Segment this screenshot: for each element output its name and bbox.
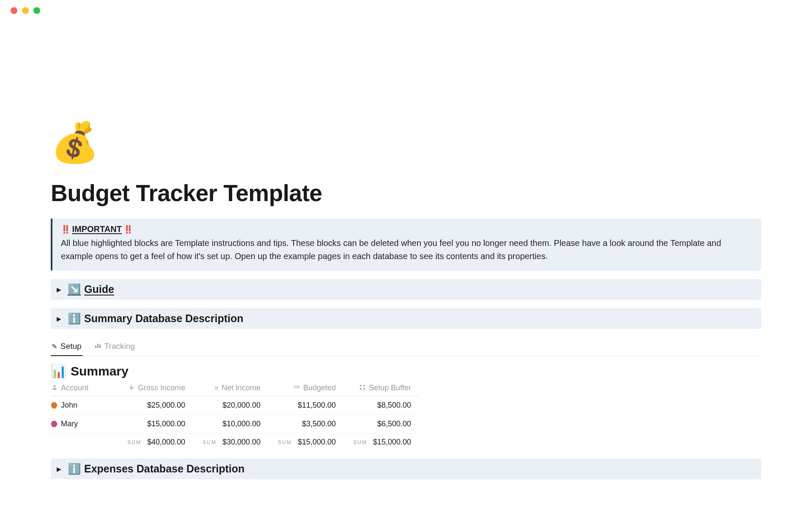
hexagon-icon [51, 421, 58, 428]
callout-heading: ‼️ IMPORTANT ‼️ [61, 224, 753, 234]
arrow-down-icon [129, 384, 134, 392]
sum-net: SUM $30,000.00 [193, 438, 268, 447]
cell-buffer: $6,500.00 [343, 420, 419, 428]
warning-icon: ‼️ [123, 225, 133, 234]
toggle-text: Guide [84, 283, 114, 295]
cell-gross: $15,000.00 [118, 420, 193, 428]
window-close-button[interactable] [11, 7, 17, 14]
column-header-net[interactable]: # Net Income [193, 384, 268, 392]
grid-icon [359, 384, 365, 392]
sum-value: $40,000.00 [147, 438, 185, 447]
bar-chart-icon [94, 342, 101, 351]
tab-tracking[interactable]: Tracking [93, 338, 136, 356]
sum-gross: SUM $40,000.00 [118, 438, 193, 447]
toggle-label: ℹ️ Summary Database Description [68, 312, 244, 325]
database-title-text: Summary [71, 364, 129, 378]
toggle-label: ↘️ Guide [68, 283, 114, 295]
column-header-gross[interactable]: Gross Income [118, 384, 193, 392]
sum-label: SUM [278, 439, 292, 445]
sum-budgeted: SUM $15,000.00 [268, 438, 343, 447]
sum-label: SUM [203, 439, 217, 445]
pencil-icon: ✎ [52, 342, 57, 351]
table-row[interactable]: Mary $15,000.00 $10,000.00 $3,500.00 $6,… [51, 415, 419, 433]
header-text: Setup Buffer [369, 384, 411, 392]
warning-icon: ‼️ [61, 225, 70, 234]
page-title[interactable]: Budget Tracker Template [51, 179, 761, 207]
svg-rect-0 [95, 345, 96, 348]
column-header-account[interactable]: Account [51, 384, 118, 392]
arrow-down-right-icon: ↘️ [68, 283, 81, 295]
important-callout: ‼️ IMPORTANT ‼️ All blue highlighted blo… [51, 218, 761, 271]
info-icon: ℹ️ [68, 312, 81, 325]
header-text: Account [61, 384, 88, 392]
tab-label: Tracking [104, 342, 135, 351]
callout-title: IMPORTANT [72, 224, 121, 234]
toggle-text: Expenses Database Description [84, 463, 244, 475]
sum-label: SUM [353, 439, 367, 445]
cell-account: Mary [51, 420, 118, 428]
header-text: Net Income [222, 384, 261, 392]
toggle-caret-icon: ▶ [57, 315, 63, 322]
bar-chart-icon: 📊 [51, 364, 66, 378]
summary-table: Account Gross Income # Net Income Bu [51, 384, 419, 447]
cell-net: $20,000.00 [193, 401, 268, 410]
toggle-caret-icon: ▶ [57, 286, 63, 293]
cell-buffer: $8,500.00 [343, 401, 419, 410]
svg-rect-1 [97, 344, 99, 348]
cell-text: Mary [61, 420, 78, 428]
toggle-text: Summary Database Description [84, 312, 244, 325]
sum-value: $30,000.00 [222, 438, 261, 447]
sum-value: $15,000.00 [373, 438, 411, 447]
svg-point-3 [53, 385, 55, 387]
sum-value: $15,000.00 [298, 438, 336, 447]
header-text: Budgeted [303, 384, 336, 392]
cell-budgeted: $11,500.00 [268, 401, 343, 410]
page-content: 💰 Budget Tracker Template ‼️ IMPORTANT ‼… [0, 21, 812, 508]
window-titlebar [0, 0, 812, 21]
svg-rect-2 [99, 345, 101, 348]
tab-setup[interactable]: ✎ Setup [51, 338, 82, 356]
cell-text: John [61, 401, 77, 410]
cell-budgeted: $3,500.00 [268, 420, 343, 428]
cell-gross: $25,000.00 [118, 401, 193, 410]
hexagon-icon [51, 402, 58, 409]
column-header-budgeted[interactable]: Budgeted [268, 384, 343, 392]
header-text: Gross Income [138, 384, 185, 392]
svg-rect-5 [363, 385, 365, 387]
info-icon: ℹ️ [68, 463, 81, 475]
toggle-expenses-description[interactable]: ▶ ℹ️ Expenses Database Description [51, 458, 761, 479]
toggle-caret-icon: ▶ [57, 466, 63, 472]
toggle-summary-description[interactable]: ▶ ℹ️ Summary Database Description [51, 308, 761, 329]
table-header-row: Account Gross Income # Net Income Bu [51, 384, 419, 396]
database-title[interactable]: 📊 Summary [51, 364, 761, 378]
app-window: 💰 Budget Tracker Template ‼️ IMPORTANT ‼… [0, 0, 812, 508]
view-tabs: ✎ Setup Tracking [51, 338, 761, 356]
window-minimize-button[interactable] [22, 7, 29, 14]
cell-account: John [51, 401, 118, 410]
window-zoom-button[interactable] [33, 7, 40, 14]
table-row[interactable]: John $25,000.00 $20,000.00 $11,500.00 $8… [51, 396, 419, 415]
formula-icon [293, 384, 300, 392]
toggle-guide[interactable]: ▶ ↘️ Guide [51, 279, 761, 300]
sum-label: SUM [127, 439, 141, 445]
toggle-label: ℹ️ Expenses Database Description [68, 463, 244, 475]
page-icon[interactable]: 💰 [51, 123, 761, 162]
column-header-buffer[interactable]: Setup Buffer [343, 384, 419, 392]
person-icon [52, 384, 58, 392]
callout-body: All blue highlighted blocks are Template… [61, 237, 753, 263]
svg-rect-4 [360, 385, 362, 387]
svg-rect-7 [363, 388, 365, 390]
hash-icon: # [215, 384, 218, 392]
cell-net: $10,000.00 [193, 420, 268, 428]
sum-buffer: SUM $15,000.00 [343, 438, 419, 447]
table-footer-row: SUM $40,000.00 SUM $30,000.00 SUM $15,00… [51, 433, 419, 447]
svg-rect-6 [360, 388, 362, 390]
tab-label: Setup [60, 342, 82, 351]
